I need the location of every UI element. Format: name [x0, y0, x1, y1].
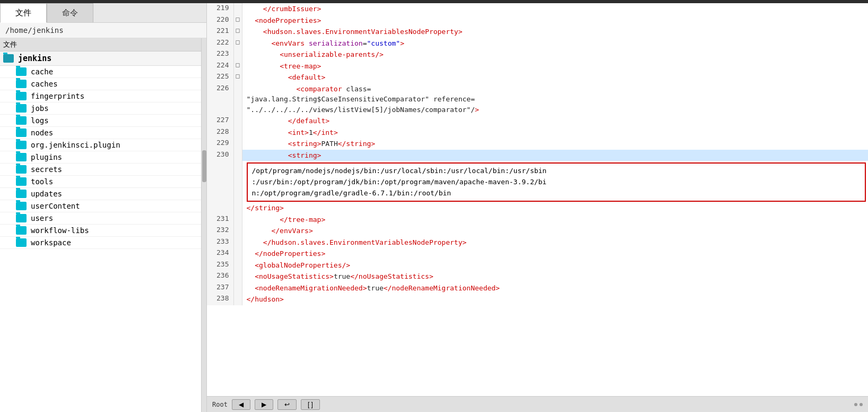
code-line-233: 233 </hudson.slaves.EnvironmentVariables… [207, 237, 868, 248]
line-toggle [233, 49, 242, 61]
line-toggle [233, 138, 242, 150]
folder-icon-updates [16, 190, 27, 198]
line-code: <envVars serialization="custom"> [242, 38, 868, 49]
file-label-logs: logs [31, 116, 49, 125]
file-item-cache[interactable]: cache [0, 66, 201, 78]
folder-icon-secrets [16, 165, 27, 174]
code-area[interactable]: 219 </crumbIssuer>220□ <nodeProperties>2… [207, 3, 868, 396]
line-number: 220 [207, 15, 233, 27]
file-item-caches[interactable]: caches [0, 78, 201, 90]
code-line-225: 225□ <default> [207, 72, 868, 83]
back-button[interactable]: ↩ [277, 399, 297, 410]
line-number: 235 [207, 260, 233, 271]
file-label-caches: caches [31, 80, 58, 88]
code-line-223: 223 <unserializable-parents/> [207, 49, 868, 61]
line-code: <string> [242, 150, 868, 161]
line-code: <noUsageStatistics>true</noUsageStatisti… [242, 271, 868, 282]
file-item-userContent[interactable]: userContent [0, 200, 201, 212]
code-line-236: 236 <noUsageStatistics>true</noUsageStat… [207, 271, 868, 282]
file-item-logs[interactable]: logs [0, 115, 201, 127]
line-code: <nodeRenameMigrationNeeded>true</nodeRen… [242, 282, 868, 294]
line-code: <hudson.slaves.EnvironmentVariablesNodeP… [242, 26, 868, 38]
string-value-box: /opt/program/nodejs/nodejs/bin:/usr/loca… [247, 162, 866, 202]
scroll-thumb [202, 150, 206, 182]
folder-icon-workspace [16, 238, 27, 247]
code-line-237: 237 <nodeRenameMigrationNeeded>true</nod… [207, 282, 868, 294]
left-panel: 文件 命令 /home/jenkins 文件 jenkins cachecach… [0, 3, 207, 412]
file-item-updates[interactable]: updates [0, 188, 201, 200]
file-label-org.jenkinsci.plugin: org.jenkinsci.plugin [31, 141, 120, 149]
file-label-jobs: jobs [31, 104, 49, 113]
file-label-fingerprints: fingerprints [31, 92, 84, 100]
file-item-workflow-libs[interactable]: workflow-libs [0, 225, 201, 237]
code-line-235: 235 <globalNodeProperties/> [207, 260, 868, 271]
jenkins-root-label: jenkins [18, 54, 51, 63]
code-line-230: 230 <string> [207, 150, 868, 161]
code-line-231: 231 </tree-map> [207, 214, 868, 226]
file-label-users: users [31, 214, 53, 222]
line-toggle [233, 150, 242, 161]
line-num-string [207, 161, 233, 214]
line-toggle [233, 248, 242, 260]
file-item-secrets[interactable]: secrets [0, 164, 201, 176]
line-code: <int>1</int> [242, 127, 868, 139]
code-line-238: 238</hudson> [207, 294, 868, 305]
tab-file[interactable]: 文件 [0, 3, 47, 23]
line-toggle[interactable]: □ [233, 61, 242, 72]
tabs-row: 文件 命令 [0, 3, 206, 23]
folder-icon-fingerprints [16, 92, 27, 100]
string-block-row: /opt/program/nodejs/nodejs/bin:/usr/loca… [207, 161, 868, 214]
line-toggle [233, 225, 242, 237]
line-code: <default> [242, 72, 868, 83]
file-items-container: cachecachesfingerprintsjobslogsnodesorg.… [0, 66, 201, 249]
file-item-jobs[interactable]: jobs [0, 102, 201, 115]
line-number: 224 [207, 61, 233, 72]
line-code: <comparator class= "java.lang.String$Cas… [242, 83, 868, 116]
file-item-users[interactable]: users [0, 212, 201, 225]
folder-icon-jobs [16, 104, 27, 113]
right-panel: 219 </crumbIssuer>220□ <nodeProperties>2… [207, 3, 868, 412]
line-code: <nodeProperties> [242, 15, 868, 27]
line-toggle[interactable]: □ [233, 15, 242, 27]
file-list: 文件 jenkins cachecachesfingerprintsjobslo… [0, 38, 201, 412]
file-item-workspace[interactable]: workspace [0, 237, 201, 249]
folder-icon-users [16, 214, 27, 222]
line-code: </hudson> [242, 294, 868, 305]
left-scrollbar[interactable] [201, 38, 206, 412]
line-toggle [233, 115, 242, 127]
prev-button[interactable]: ◀ [232, 399, 250, 410]
line-number: 223 [207, 49, 233, 61]
file-item-nodes[interactable]: nodes [0, 127, 201, 139]
next-button[interactable]: ▶ [255, 399, 273, 410]
file-item-tools[interactable]: tools [0, 176, 201, 188]
line-toggle[interactable]: □ [233, 72, 242, 83]
file-item-plugins[interactable]: plugins [0, 151, 201, 164]
code-line-228: 228 <int>1</int> [207, 127, 868, 139]
code-line-234: 234 </nodeProperties> [207, 248, 868, 260]
line-toggle [233, 83, 242, 116]
line-number: 225 [207, 72, 233, 83]
line-code: </tree-map> [242, 214, 868, 226]
file-label-workspace: workspace [31, 238, 71, 247]
file-scroll-area: 文件 jenkins cachecachesfingerprintsjobslo… [0, 38, 206, 412]
line-number: 219 [207, 3, 233, 15]
tab-command[interactable]: 命令 [47, 3, 93, 22]
file-label-plugins: plugins [31, 153, 62, 161]
file-item-fingerprints[interactable]: fingerprints [0, 90, 201, 102]
line-number: 221 [207, 26, 233, 38]
folder-icon-cache [16, 67, 27, 76]
jenkins-root-item[interactable]: jenkins [0, 52, 201, 66]
line-number: 227 [207, 115, 233, 127]
jenkins-folder-icon [3, 54, 14, 63]
line-code: </envVars> [242, 225, 868, 237]
file-item-org.jenkinsci.plugin[interactable]: org.jenkinsci.plugin [0, 139, 201, 151]
folder-icon-tools [16, 177, 27, 186]
line-number: 232 [207, 225, 233, 237]
folder-icon-userContent [16, 202, 27, 210]
folder-icon-logs [16, 116, 27, 125]
expand-button[interactable]: [ ] [301, 399, 320, 410]
line-toggle[interactable]: □ [233, 26, 242, 38]
line-code: </hudson.slaves.EnvironmentVariablesNode… [242, 237, 868, 248]
line-number: 238 [207, 294, 233, 305]
line-toggle[interactable]: □ [233, 38, 242, 49]
